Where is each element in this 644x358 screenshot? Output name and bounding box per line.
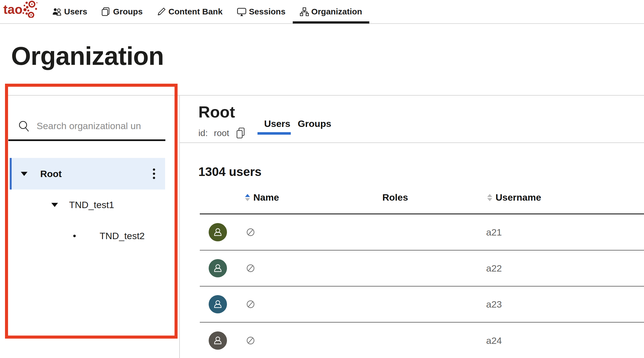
tao-logo[interactable]: tao (3, 1, 39, 18)
table-row[interactable]: a22 (200, 250, 644, 287)
nav-item-label: Groups (113, 7, 143, 16)
avatar (209, 331, 227, 350)
nav-item-organization[interactable]: Organization (293, 0, 369, 24)
blocked-name-icon (246, 300, 255, 308)
table-row[interactable]: a23 (200, 287, 644, 323)
column-header-roles: Roles (382, 192, 408, 203)
tree-item-label: TND_test2 (100, 231, 145, 241)
username-cell: a24 (486, 335, 502, 346)
org-name-heading: Root (198, 103, 235, 121)
caret-down-icon[interactable] (21, 172, 27, 176)
kebab-menu-icon[interactable] (153, 167, 156, 181)
search-input[interactable] (37, 119, 142, 133)
caret-down-icon[interactable] (51, 203, 58, 207)
svg-text:tao: tao (3, 2, 22, 17)
groups-icon (102, 7, 110, 16)
nav-item-groups[interactable]: Groups (94, 0, 150, 24)
id-value: root (214, 128, 229, 138)
bullet-icon (73, 235, 76, 237)
sort-icon (245, 194, 250, 201)
search-underline (8, 139, 165, 141)
tab-groups[interactable]: Groups (298, 118, 331, 129)
nav-item-sessions[interactable]: Sessions (230, 0, 293, 24)
users-icon (52, 7, 62, 16)
avatar (209, 295, 227, 313)
org-id-row: id: root (198, 127, 245, 139)
copy-icon[interactable] (236, 127, 245, 139)
nav-item-label: Sessions (249, 7, 286, 16)
avatar (209, 259, 227, 277)
table-row[interactable]: a21 (200, 214, 644, 250)
person-icon (213, 263, 223, 273)
content-bank-icon (157, 7, 166, 16)
nav-item-label: Users (64, 7, 87, 16)
person-icon (213, 335, 223, 346)
page-title: Organization (11, 42, 164, 71)
top-nav: tao (0, 0, 644, 24)
tab-users[interactable]: Users (264, 118, 291, 129)
organization-page: tao (0, 0, 644, 358)
tree-item-label: Root (40, 168, 62, 179)
column-header-username[interactable]: Username (487, 192, 541, 203)
table-row[interactable]: a24 (200, 323, 644, 358)
active-tab-underline (257, 132, 291, 135)
sort-icon (487, 194, 492, 201)
avatar (209, 223, 227, 241)
tabs-divider (180, 142, 644, 143)
user-count: 1304 users (198, 165, 262, 179)
table-header: Name Roles Username (180, 192, 644, 203)
blocked-name-icon (246, 264, 255, 272)
column-label: Roles (382, 192, 408, 203)
blocked-name-icon (246, 228, 255, 236)
username-cell: a23 (486, 299, 502, 310)
tree-search (0, 96, 179, 141)
username-cell: a22 (486, 263, 502, 274)
column-header-name[interactable]: Name (245, 192, 279, 203)
tree-item-tnd-test1[interactable]: TND_test1 (10, 192, 165, 217)
org-detail-panel: Root id: root Users Groups 1304 users Na… (180, 96, 644, 358)
column-label: Username (496, 192, 541, 203)
person-icon (213, 299, 223, 310)
nav-item-label: Organization (311, 7, 362, 16)
nav-item-label: Content Bank (168, 7, 223, 16)
organization-icon (300, 7, 309, 16)
username-cell: a21 (486, 227, 502, 238)
user-table-body: a21 a22 (200, 214, 644, 358)
column-label: Name (253, 192, 279, 203)
org-tree-panel: Root TND_test1 TND_test2 (0, 96, 179, 358)
tree-item-label: TND_test1 (69, 200, 114, 210)
blocked-name-icon (246, 336, 255, 345)
person-icon (213, 227, 223, 237)
id-label: id: (198, 128, 208, 138)
sessions-icon (237, 7, 246, 16)
selected-indicator (10, 158, 12, 190)
search-icon (18, 120, 30, 133)
tree-item-tnd-test2[interactable]: TND_test2 (10, 223, 165, 248)
nav-item-content-bank[interactable]: Content Bank (150, 0, 230, 24)
nav-item-users[interactable]: Users (45, 0, 94, 24)
tree-item-root[interactable]: Root (10, 158, 165, 190)
